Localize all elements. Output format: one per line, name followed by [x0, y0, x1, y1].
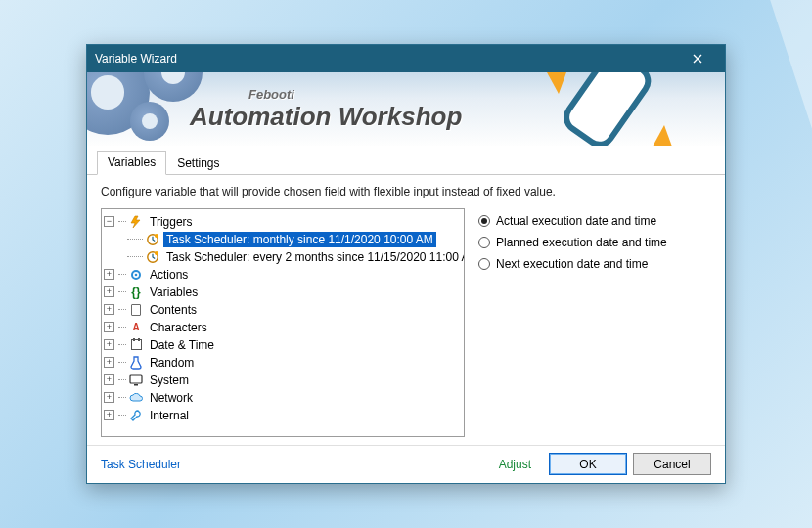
tab-label: Variables [108, 155, 156, 169]
ok-button[interactable]: OK [549, 453, 627, 475]
option-actual-execution[interactable]: Actual execution date and time [478, 210, 711, 232]
option-planned-execution[interactable]: Planned execution date and time [478, 232, 711, 253]
banner: Febooti Automation Workshop [87, 72, 725, 146]
window-title: Variable Wizard [95, 52, 678, 66]
svg-point-9 [135, 273, 138, 276]
tree-item-task-scheduler-2[interactable]: Task Scheduler: every 2 months since 11/… [127, 248, 462, 266]
expand-icon[interactable]: + [104, 304, 114, 315]
lightning-icon [128, 214, 144, 230]
description-text: Configure variable that will provide cho… [101, 185, 711, 198]
tree-node-random[interactable]: + Random [104, 354, 462, 372]
braces-icon: {} [128, 285, 144, 300]
radio-icon [478, 237, 490, 248]
tab-variables[interactable]: Variables [97, 151, 166, 175]
radio-icon [478, 258, 490, 270]
tree-label: Date & Time [147, 337, 217, 353]
expand-icon[interactable]: + [104, 339, 114, 350]
tree-node-system[interactable]: + System [104, 372, 462, 389]
adjust-link[interactable]: Adjust [499, 458, 531, 471]
dialog-footer: Task Scheduler Adjust OK Cancel [87, 445, 725, 483]
tree-label: Task Scheduler: every 2 months since 11/… [163, 249, 465, 265]
tree-label: Actions [147, 267, 191, 283]
variable-tree[interactable]: − Triggers Task Schedul [101, 208, 465, 437]
brand-big: Automation Workshop [190, 102, 462, 131]
tree-label: Contents [147, 302, 200, 318]
monitor-icon [128, 373, 144, 388]
flask-icon [128, 355, 144, 371]
pen-icon [547, 72, 674, 146]
tree-node-triggers[interactable]: − Triggers [104, 213, 462, 231]
close-icon [693, 54, 702, 64]
task-scheduler-link[interactable]: Task Scheduler [101, 458, 181, 471]
tree-label: Random [147, 355, 197, 371]
brand: Febooti Automation Workshop [190, 87, 462, 132]
cancel-button[interactable]: Cancel [633, 453, 711, 475]
svg-rect-2 [562, 72, 654, 146]
expand-icon[interactable]: + [104, 392, 114, 403]
option-next-execution[interactable]: Next execution date and time [478, 253, 711, 275]
options-panel: Actual execution date and time Planned e… [478, 208, 711, 437]
close-button[interactable] [678, 48, 717, 69]
tab-strip: Variables Settings [87, 146, 725, 175]
wrench-icon [128, 408, 144, 423]
tree-node-internal[interactable]: + Internal [104, 407, 462, 424]
content-area: Configure variable that will provide cho… [87, 175, 725, 445]
option-label: Planned execution date and time [496, 236, 667, 249]
variable-wizard-dialog: Variable Wizard Febooti Automation Works… [86, 44, 726, 484]
option-label: Actual execution date and time [496, 214, 656, 228]
tree-label: System [147, 373, 192, 388]
expand-icon[interactable]: + [104, 357, 114, 368]
titlebar: Variable Wizard [87, 45, 725, 72]
clock-icon [145, 249, 160, 265]
svg-marker-3 [131, 216, 140, 228]
tree-node-network[interactable]: + Network [104, 389, 462, 407]
expand-icon[interactable]: + [104, 286, 114, 297]
svg-marker-0 [547, 72, 566, 94]
svg-marker-1 [653, 125, 672, 146]
tree-label: Task Scheduler: monthly since 11/1/2020 … [163, 232, 436, 247]
page-icon [128, 302, 144, 318]
expand-icon[interactable]: + [104, 374, 114, 385]
radio-icon [478, 215, 490, 227]
cloud-icon [128, 390, 144, 406]
tree-node-actions[interactable]: + Actions [104, 266, 462, 284]
calendar-icon [128, 337, 144, 353]
svg-rect-10 [130, 375, 142, 383]
expand-icon[interactable]: + [104, 322, 114, 332]
tree-node-variables[interactable]: + {} Variables [104, 284, 462, 301]
collapse-icon[interactable]: − [104, 216, 114, 227]
tree-label: Triggers [147, 214, 196, 230]
brand-small: Febooti [248, 87, 462, 102]
option-label: Next execution date and time [496, 257, 648, 271]
tree-node-contents[interactable]: + Contents [104, 301, 462, 319]
expand-icon[interactable]: + [104, 410, 114, 420]
tree-label: Internal [147, 408, 192, 423]
tab-label: Settings [177, 156, 219, 170]
tree-node-date-time[interactable]: + Date & Time [104, 336, 462, 354]
tree-label: Network [147, 390, 196, 406]
svg-rect-11 [134, 384, 138, 386]
expand-icon[interactable]: + [104, 269, 114, 280]
svg-point-7 [155, 251, 158, 255]
tab-settings[interactable]: Settings [166, 152, 230, 175]
svg-point-5 [155, 234, 158, 238]
tree-label: Variables [147, 285, 201, 300]
clock-icon [145, 232, 160, 247]
gear-icon [128, 267, 144, 283]
tree-label: Characters [147, 320, 210, 335]
tree-item-task-scheduler-1[interactable]: Task Scheduler: monthly since 11/1/2020 … [127, 231, 462, 248]
tree-node-characters[interactable]: + A Characters [104, 319, 462, 336]
characters-icon: A [128, 320, 144, 335]
